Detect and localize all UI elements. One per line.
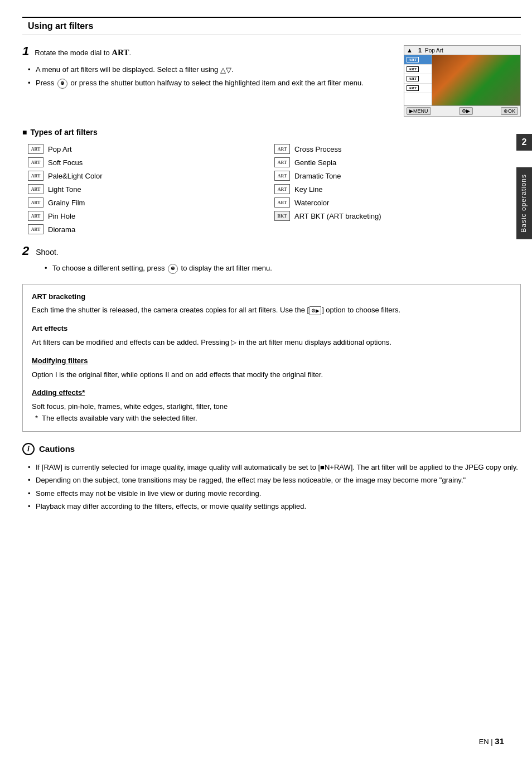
step-1: 1 Rotate the mode dial to ART. A menu of… (22, 45, 521, 117)
step-2-bullet-1: To choose a different setting, press ⊛ t… (45, 262, 521, 275)
camera-ui-header: ▲ 1 Pop Art (404, 46, 520, 55)
filter-light-tone: ART Light Tone (28, 182, 274, 196)
page: 2 Basic operations Using art filters 1 R… (0, 0, 532, 757)
page-num: 31 (495, 736, 504, 746)
cautions-header: i Cautions (22, 443, 521, 455)
arrow-up-icon: ▲ (407, 47, 413, 54)
filter-gentle-sepia: ART Gentle Sepia (274, 156, 521, 169)
section-title: Using art filters (22, 17, 521, 35)
info-modifying-title: Modifying filters (32, 355, 511, 367)
filter-gentle-sepia-label: Gentle Sepia (294, 158, 336, 167)
filter-watercolor-label: Watercolor (294, 199, 329, 207)
filter-dramatic-tone-label: Dramatic Tone (294, 172, 341, 180)
menu-button: ▶MENU (407, 107, 431, 115)
art-icon-watercolor: ART (274, 197, 290, 208)
types-header: Types of art filters (22, 128, 521, 137)
art-icon-3: ART (407, 76, 419, 81)
art-icon-cross-process: ART (274, 144, 290, 154)
art-icon-4: ART (407, 85, 419, 91)
camera-list-item-1: ART (404, 55, 432, 65)
art-icon-gentle-sepia: ART (274, 157, 290, 167)
filter-grainy-film-label: Grainy Film (48, 199, 85, 207)
camera-ui-footer: ▶MENU ⚙▶ ⊛OK (404, 105, 520, 116)
filter-dramatic-tone: ART Dramatic Tone (274, 169, 521, 182)
info-box: ART bracketing Each time the shutter is … (22, 284, 521, 432)
types-left-column: ART Pop Art ART Soft Focus ART Pale&Ligh… (28, 142, 274, 236)
info-art-effects-body: Art filters can be modified and effects … (32, 337, 511, 349)
cautions-section: i Cautions If [RAW] is currently selecte… (22, 443, 521, 513)
step-1-bullets: A menu of art filters will be displayed.… (22, 63, 393, 90)
chapter-number: 2 (516, 134, 532, 151)
page-number: EN | 31 (479, 736, 504, 746)
info-adding-effects: Adding effects* Soft focus, pin-hole, fr… (32, 387, 511, 424)
filter-grainy-film: ART Grainy Film (28, 196, 274, 209)
step-2: 2 Shoot. To choose a different setting, … (22, 245, 521, 275)
caution-item-2: Depending on the subject, tone transitio… (28, 474, 521, 487)
caution-item-4: Playback may differ according to the fil… (28, 500, 521, 513)
camera-ui-mockup: ▲ 1 Pop Art ART ART ART (404, 45, 521, 117)
step-1-title: Rotate the mode dial to ART. (35, 48, 131, 57)
filter-pop-art: ART Pop Art (28, 142, 274, 156)
filter-soft-focus-label: Soft Focus (48, 158, 83, 167)
step-2-title: Shoot. (36, 248, 58, 257)
filter-pin-hole: ART Pin Hole (28, 209, 274, 223)
bracket-icon: ⚙▶ (309, 306, 321, 315)
info-adding-note: The effects available vary with the sele… (32, 413, 511, 425)
caution-item-3: Some effects may not be visible in live … (28, 487, 521, 500)
filter-diorama: ART Diorama (28, 223, 274, 236)
step-2-bullets: To choose a different setting, press ⊛ t… (39, 262, 521, 275)
step-2-number: 2 (22, 244, 29, 258)
filter-art-bkt-label: ART BKT (ART bracketing) (294, 212, 381, 220)
art-icon-dramatic-tone: ART (274, 171, 290, 181)
filter-soft-focus: ART Soft Focus (28, 156, 274, 169)
info-modifying-filters: Modifying filters Option I is the origin… (32, 355, 511, 381)
art-icon-key-line: ART (274, 184, 290, 194)
art-icon-pop-art: ART (28, 144, 43, 154)
camera-ui-list: ART ART ART ART (404, 55, 432, 105)
ok-icon-2: ⊛ (168, 264, 178, 274)
info-art-bracketing-title: ART bracketing (32, 291, 511, 303)
cautions-list: If [RAW] is currently selected for image… (22, 461, 521, 513)
info-art-bracketing-body: Each time the shutter is released, the c… (32, 305, 511, 316)
info-art-effects-title: Art effects (32, 323, 511, 335)
chapter-label: Basic operations (516, 167, 532, 239)
art-icon-bkt: BKT (274, 211, 290, 221)
camera-ui-pop-art: Pop Art (425, 47, 443, 54)
step-1-bullet-2: Press ⊛ or press the shutter button half… (28, 76, 393, 90)
art-icon-diorama: ART (28, 224, 43, 234)
types-grid: ART Pop Art ART Soft Focus ART Pale&Ligh… (22, 142, 521, 236)
info-adding-title: Adding effects* (32, 387, 511, 399)
camera-preview (432, 55, 520, 105)
settings-button: ⚙▶ (459, 107, 473, 115)
filter-key-line: ART Key Line (274, 182, 521, 196)
art-label: ART (112, 48, 129, 57)
ok-icon: ⊛ (57, 79, 67, 89)
step-1-bullet-1: A menu of art filters will be displayed.… (28, 63, 393, 76)
art-icon-grainy-film: ART (28, 197, 43, 208)
filter-pale-light: ART Pale&Light Color (28, 169, 274, 182)
info-art-effects: Art effects Art filters can be modified … (32, 323, 511, 349)
filter-art-bkt: BKT ART BKT (ART bracketing) (274, 209, 521, 223)
ok-button: ⊛OK (501, 107, 518, 115)
types-section: Types of art filters ART Pop Art ART Sof… (22, 128, 521, 236)
filter-light-tone-label: Light Tone (48, 185, 81, 194)
art-icon-1: ART (407, 57, 419, 62)
filter-diorama-label: Diorama (48, 225, 75, 234)
filter-watercolor: ART Watercolor (274, 196, 521, 209)
caution-icon: i (22, 443, 35, 455)
camera-ui-num: 1 (418, 47, 422, 54)
art-icon-soft-focus: ART (28, 157, 43, 167)
camera-ui-body: ART ART ART ART (404, 55, 520, 105)
info-adding-body: Soft focus, pin-hole, frames, white edge… (32, 401, 511, 413)
art-icon-pin-hole: ART (28, 211, 43, 221)
filter-key-line-label: Key Line (294, 185, 323, 194)
camera-list-item-4: ART (404, 84, 432, 93)
filter-cross-process: ART Cross Process (274, 142, 521, 156)
filter-pop-art-label: Pop Art (48, 145, 72, 153)
filter-cross-process-label: Cross Process (294, 145, 342, 153)
camera-list-item-3: ART (404, 74, 432, 84)
filter-pale-light-label: Pale&Light Color (48, 172, 103, 180)
step-1-number: 1 (22, 44, 29, 59)
cautions-title: Cautions (39, 444, 75, 454)
info-art-bracketing: ART bracketing Each time the shutter is … (32, 291, 511, 317)
